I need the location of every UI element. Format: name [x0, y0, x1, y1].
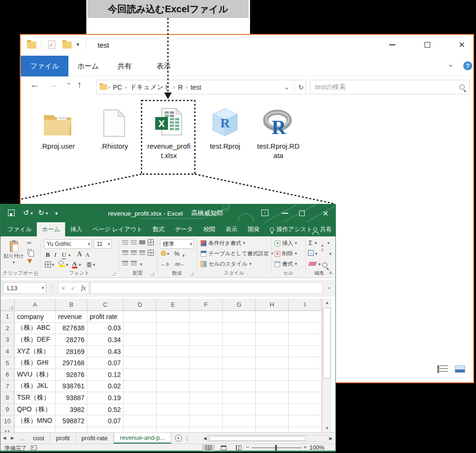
align-left-icon[interactable]	[122, 251, 128, 255]
grid-cell[interactable]: company	[15, 311, 56, 323]
cancel-icon[interactable]	[61, 285, 65, 292]
align-middle-icon[interactable]	[131, 240, 137, 244]
explorer-tab-2[interactable]: ホーム	[68, 56, 109, 76]
name-box[interactable]: L13	[3, 282, 46, 294]
grid-cell[interactable]	[256, 334, 289, 346]
grid-cell[interactable]	[223, 357, 256, 369]
macro-record-icon[interactable]	[31, 445, 37, 450]
grid-cell[interactable]	[256, 346, 289, 358]
quick-access-properties-icon[interactable]	[48, 41, 55, 49]
column-header-I[interactable]: I	[289, 299, 322, 311]
bold-button[interactable]: B	[46, 251, 50, 259]
grid-cell[interactable]	[157, 357, 190, 369]
grid-cell[interactable]	[190, 381, 223, 393]
find-dropdown-icon[interactable]	[329, 252, 332, 256]
insert-function-button[interactable]: fx	[81, 285, 86, 292]
horizontal-scroll-thumb[interactable]	[209, 436, 306, 441]
grid-cell[interactable]: 0.19	[87, 392, 124, 404]
grid-cell[interactable]	[256, 311, 289, 323]
font-name-combo[interactable]: Yu Gothic	[44, 239, 92, 249]
sheet-overflow-icon[interactable]	[17, 433, 27, 444]
comma-style-icon[interactable]	[183, 250, 184, 257]
new-sheet-button[interactable]	[175, 435, 182, 442]
grid-cell[interactable]	[157, 381, 190, 393]
grid-cell[interactable]	[124, 346, 157, 358]
horizontal-scroll-track[interactable]	[208, 435, 328, 442]
file-item-2[interactable]: .Rhistory	[88, 106, 141, 151]
font-size-combo[interactable]: 11	[94, 239, 112, 249]
search-icon[interactable]	[459, 84, 465, 90]
align-right-icon[interactable]	[139, 251, 145, 255]
decrease-decimal-icon[interactable]	[174, 262, 184, 267]
grid-cell[interactable]	[190, 357, 223, 369]
breadcrumb-item[interactable]: R	[175, 84, 185, 91]
grid-cell[interactable]	[190, 334, 223, 346]
grid-cell[interactable]: 28169	[56, 346, 87, 358]
grid-cell[interactable]: 0.03	[87, 323, 124, 335]
undo-dropdown-icon[interactable]	[31, 211, 33, 216]
grid-cell[interactable]: 0.12	[87, 369, 124, 381]
quick-access-customize-icon[interactable]	[55, 211, 58, 216]
grid-cell[interactable]	[223, 404, 256, 416]
excel-maximize-button[interactable]	[294, 204, 310, 222]
grid-cell[interactable]	[157, 334, 190, 346]
row-number[interactable]: 11	[0, 427, 15, 432]
maximize-button[interactable]	[419, 38, 435, 52]
fill-down-icon[interactable]	[308, 250, 314, 256]
grid-cell[interactable]: 0.43	[87, 346, 124, 358]
share-button[interactable]: 共有	[313, 222, 332, 236]
sort-filter-icon[interactable]	[321, 244, 326, 251]
grid-cell[interactable]	[256, 404, 289, 416]
grid-cell[interactable]: 3982	[56, 404, 87, 416]
column-header-A[interactable]: A	[15, 299, 56, 311]
currency-dropdown-icon[interactable]	[167, 252, 169, 256]
grid-cell[interactable]	[124, 427, 157, 432]
excel-tab-7[interactable]: 校閲	[198, 222, 220, 236]
excel-tab-8[interactable]: 表示	[220, 222, 242, 236]
recent-locations-icon[interactable]	[66, 79, 72, 85]
grid-cell[interactable]: 827638	[56, 323, 87, 335]
zoom-out-icon[interactable]	[246, 444, 250, 450]
excel-tab-6[interactable]: データ	[170, 222, 198, 236]
grid-cell[interactable]: profit rate	[87, 311, 124, 323]
merge-center-icon[interactable]	[148, 250, 154, 256]
thumbnails-view-icon[interactable]	[455, 365, 465, 373]
font-color-dropdown-icon[interactable]	[79, 263, 81, 267]
fill-color-dropdown-icon[interactable]	[66, 263, 68, 267]
horizontal-scrollbar[interactable]	[203, 435, 333, 442]
grid-cell[interactable]: （株）ABC	[15, 323, 56, 335]
breadcrumb-item[interactable]: test	[188, 84, 204, 91]
grid-cell[interactable]: 92876	[56, 369, 87, 381]
grid-cell[interactable]	[256, 357, 289, 369]
shrink-font-button[interactable]: A	[85, 252, 90, 259]
scroll-down-icon[interactable]	[322, 424, 332, 432]
row-number[interactable]: 2	[0, 323, 15, 335]
grid-cell[interactable]	[223, 346, 256, 358]
grid-cell[interactable]	[190, 323, 223, 335]
grid-cell[interactable]	[15, 427, 56, 432]
grid-cell[interactable]	[190, 427, 223, 432]
grid-cell[interactable]	[289, 346, 322, 358]
grid-cell[interactable]	[289, 311, 322, 323]
grid-cell[interactable]	[124, 334, 157, 346]
row-number[interactable]: 9	[0, 404, 15, 416]
borders-dropdown-icon[interactable]	[52, 263, 54, 267]
redo-dropdown-icon[interactable]	[46, 211, 48, 216]
quick-access-newfolder-icon[interactable]	[62, 42, 72, 49]
page-layout-view-button[interactable]	[217, 445, 230, 451]
row-number[interactable]: 10	[0, 415, 15, 427]
excel-tab-10[interactable]: 操作アシスト	[265, 222, 317, 236]
grow-font-button[interactable]: A	[77, 250, 82, 258]
grid-cell[interactable]	[124, 404, 157, 416]
grid-cell[interactable]	[157, 369, 190, 381]
grid-cell[interactable]	[256, 323, 289, 335]
grid-cell[interactable]	[157, 392, 190, 404]
grid-cell[interactable]	[157, 346, 190, 358]
cut-icon[interactable]	[27, 240, 32, 246]
row-number[interactable]: 3	[0, 334, 15, 346]
clear-dropdown-icon[interactable]	[318, 262, 321, 267]
grid-cell[interactable]: 93887	[56, 392, 87, 404]
explorer-tab-1[interactable]: ファイル	[21, 56, 68, 76]
alignment-dialog-launcher[interactable]	[150, 272, 154, 276]
grid-cell[interactable]: （株）MNO	[15, 415, 56, 427]
